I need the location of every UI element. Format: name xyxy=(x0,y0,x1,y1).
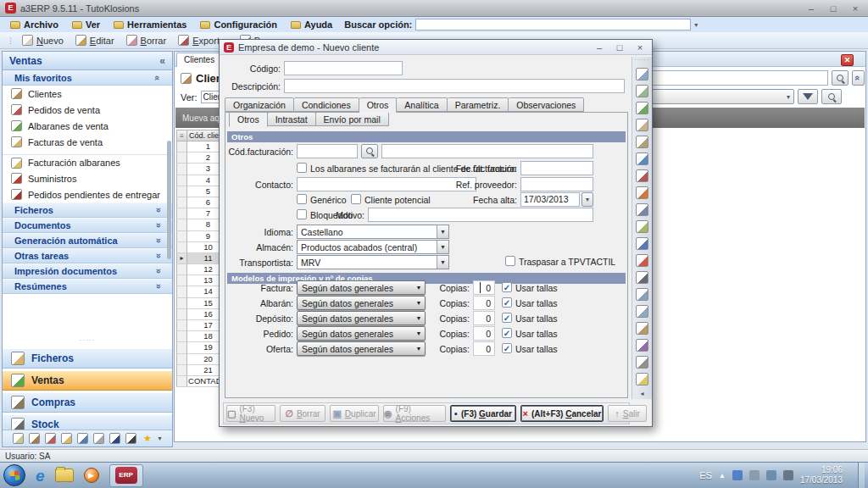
dialog-tab[interactable]: Analítica xyxy=(397,97,447,112)
dialog-tab[interactable]: Observaciones xyxy=(509,97,584,112)
dialog-button[interactable]: ▪ (F3) Guardar xyxy=(450,405,516,422)
strip-grip[interactable]: ····· xyxy=(634,57,649,64)
sidebar-favorite-item[interactable]: Pedidos pendientes de entregar xyxy=(3,186,172,202)
advanced-search-icon[interactable] xyxy=(821,89,842,104)
dialog-titlebar[interactable]: E Empresa de demo - Nuevo cliente – □ × xyxy=(220,40,652,55)
ref-proveedor-input[interactable] xyxy=(520,177,593,191)
media-player-icon[interactable]: ▶ xyxy=(84,468,99,483)
nav-ventas[interactable]: Ventas xyxy=(3,370,172,391)
dialog-tab[interactable]: Condiciones xyxy=(294,97,359,112)
sub-tab[interactable]: Intrastat xyxy=(268,112,316,126)
form-icon[interactable] xyxy=(636,305,648,318)
tag-icon[interactable] xyxy=(93,433,104,444)
sub-tab[interactable]: Envío por mail xyxy=(316,112,389,126)
price-icon[interactable] xyxy=(636,237,648,250)
contact-icon[interactable] xyxy=(45,433,56,444)
almacen-select[interactable]: Productos acabados (central) ▼ xyxy=(297,240,449,254)
erp-taskbar-button[interactable]: ERP xyxy=(109,464,143,487)
filter-select[interactable]: ▾ xyxy=(652,89,794,104)
sidebar-favorite-item[interactable]: Clientes xyxy=(3,86,172,102)
close-document-icon[interactable]: ✕ xyxy=(841,54,854,66)
search-doc-icon[interactable] xyxy=(636,203,648,216)
dialog-button[interactable]: ∅ Borrar xyxy=(280,405,326,422)
menu-item[interactable]: Ver xyxy=(67,19,105,30)
minimize-button[interactable]: – xyxy=(804,3,819,14)
sidebar-group-header[interactable]: Ficheros « xyxy=(3,202,172,218)
star-icon[interactable]: ★ xyxy=(142,433,153,444)
copias-input[interactable]: 0 xyxy=(473,296,495,310)
print-model-select[interactable]: Según datos generales ▼ xyxy=(297,311,426,325)
cod-facturacion-desc-input[interactable] xyxy=(381,144,593,158)
copias-input[interactable]: 0 xyxy=(473,280,495,295)
update-icon[interactable] xyxy=(749,470,760,480)
sidebar-favorite-item[interactable]: Suministros xyxy=(3,170,172,186)
volume-icon[interactable] xyxy=(783,470,793,480)
lookup-search-icon[interactable] xyxy=(361,144,378,158)
dialog-tab[interactable]: Parametriz. xyxy=(448,97,509,112)
dialog-tab[interactable]: Organización xyxy=(225,97,294,112)
tray-expand-icon[interactable]: ▲ xyxy=(719,472,726,480)
tab-clientes[interactable]: Clientes xyxy=(176,53,222,67)
search-icon[interactable] xyxy=(832,70,849,86)
tpv-icon[interactable] xyxy=(636,271,648,284)
close-button[interactable]: × xyxy=(848,3,863,14)
dialog-button[interactable]: ◉ (F9) Acciones xyxy=(383,405,446,422)
sidebar-favorite-item[interactable]: Facturación albaranes xyxy=(3,154,172,170)
list-search-input[interactable] xyxy=(652,70,828,86)
sidebar-favorite-item[interactable]: Pedidos de venta xyxy=(3,102,172,118)
usar-tallas-checkbox[interactable]: ✓ xyxy=(502,328,512,338)
dialog-close-button[interactable]: × xyxy=(632,42,648,53)
chevron-up-icon[interactable]: « xyxy=(153,75,163,80)
sidebar-group-header[interactable]: Documentos « xyxy=(3,218,172,233)
sidebar-splitter[interactable]: ····· xyxy=(3,338,172,345)
offer-doc-icon[interactable] xyxy=(636,119,648,131)
chart-icon[interactable] xyxy=(636,152,648,165)
explorer-folder-icon[interactable] xyxy=(55,469,74,482)
action-center-icon[interactable] xyxy=(732,470,743,480)
fecha-alta-dropdown-icon[interactable]: ▾ xyxy=(581,192,593,207)
toolbar-button[interactable]: Nuevo xyxy=(17,34,69,47)
dialog-button[interactable]: ▣ Duplicar xyxy=(330,405,379,422)
copias-input[interactable]: 0 xyxy=(473,311,495,325)
search-option-dropdown-icon[interactable]: ▾ xyxy=(694,21,698,29)
contact-icon[interactable] xyxy=(636,322,648,335)
toolbar-button[interactable]: Borrar xyxy=(121,34,172,47)
print-model-select[interactable]: Según datos generales ▼ xyxy=(297,280,426,295)
invoice-doc-icon[interactable] xyxy=(636,68,648,80)
network-icon[interactable] xyxy=(766,470,776,480)
menu-item[interactable]: Configuración xyxy=(195,19,282,30)
sidebar-group-header[interactable]: Generación automática « xyxy=(3,233,172,248)
search-option-input[interactable] xyxy=(415,19,691,30)
notes-icon[interactable] xyxy=(636,220,648,233)
fuel-pump-icon[interactable] xyxy=(636,186,648,199)
doc-yellow-icon[interactable] xyxy=(636,373,648,385)
idioma-select[interactable]: Castellano ▼ xyxy=(297,225,449,239)
sidebar-favorite-item[interactable]: Facturas de venta xyxy=(3,134,172,150)
usar-tallas-checkbox[interactable]: ✓ xyxy=(502,313,512,323)
menu-item[interactable]: Herramientas xyxy=(108,19,192,30)
cliente-potencial-checkbox[interactable] xyxy=(351,194,361,204)
dialog-maximize-button[interactable]: □ xyxy=(612,42,627,53)
fecha-alta-input[interactable]: 17/03/2013 xyxy=(520,192,580,207)
note-icon[interactable] xyxy=(13,433,24,444)
folder-icon[interactable] xyxy=(61,433,72,444)
usar-tallas-checkbox[interactable]: ✓ xyxy=(502,282,512,292)
box-icon[interactable] xyxy=(77,433,88,444)
show-desktop-button[interactable] xyxy=(858,463,865,488)
codigo-input[interactable] xyxy=(284,61,403,75)
sidebar-group-header[interactable]: Otras tareas « xyxy=(3,248,172,263)
fec-ult-factura-input[interactable] xyxy=(520,161,593,175)
filter-funnel-icon[interactable] xyxy=(798,89,818,104)
internet-explorer-icon[interactable]: e xyxy=(36,468,45,484)
tpv-checkbox[interactable] xyxy=(505,256,515,266)
order-doc-icon[interactable] xyxy=(636,102,648,114)
bloqueado-checkbox[interactable] xyxy=(297,209,307,219)
descripcion-input[interactable] xyxy=(284,79,625,93)
print-route-icon[interactable] xyxy=(636,339,648,352)
camera-icon[interactable] xyxy=(636,356,648,369)
copias-input[interactable]: 0 xyxy=(473,326,495,341)
toolbar-button[interactable]: Editar xyxy=(70,34,120,47)
cod-facturacion-input[interactable] xyxy=(297,144,358,158)
sidebar-favorite-item[interactable]: Albaranes de venta xyxy=(3,118,172,134)
copias-input[interactable]: 0 xyxy=(473,341,495,356)
